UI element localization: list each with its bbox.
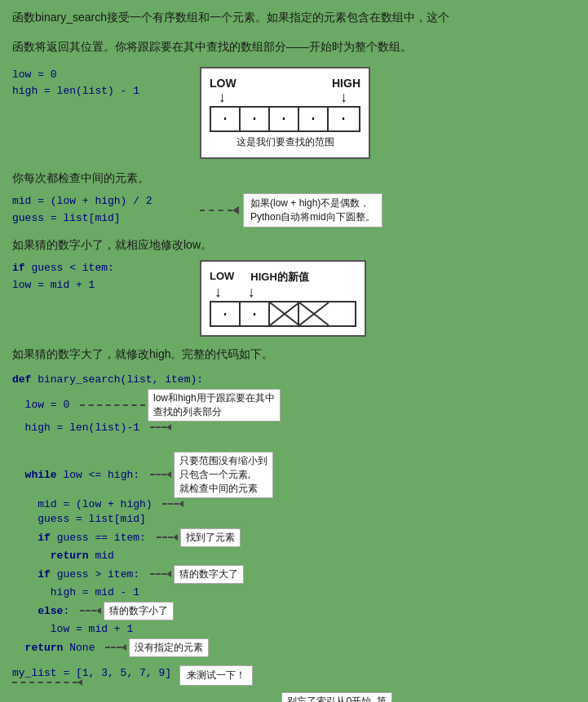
annot-guess-gt-box: 猜的数字大了 — [174, 565, 244, 584]
annot-low0-text2: 查找的列表部分 — [153, 405, 275, 419]
code-return-none: return None — [12, 642, 101, 654]
annot-return-none-box: 没有指定的元素 — [129, 638, 209, 657]
cross-svg2 — [299, 302, 329, 325]
cell-cross1 — [270, 302, 299, 325]
code-row-def: def binary_search(list, item): — [12, 372, 576, 388]
annot-while-text2: 只包含一个元素, — [179, 468, 267, 482]
code-guess-gt: if guess > item: — [12, 568, 146, 581]
low-section: 如果猜的数字小了，就相应地修改low。 if guess < item: low… — [12, 236, 576, 337]
diagram2-container: LOW HIGH的新值 ↓ ↓ — [200, 260, 366, 337]
annot-else: 猜的数字小了 — [80, 602, 174, 620]
high-code: high = len(list) - 1 — [12, 83, 175, 100]
low-label2: LOW — [210, 270, 234, 285]
annot-guess-eq: 找到了元素 — [157, 528, 241, 547]
code-row-guess: guess = list[mid] — [12, 511, 576, 528]
code-row-high1: high = len(list)-1 — [12, 422, 576, 434]
mid-text: 你每次都检查中间的元素。 — [12, 169, 576, 187]
annot-low0-text1: low和high用于跟踪要在其中 — [153, 391, 275, 405]
code-low-mid: low = mid + 1 — [12, 623, 133, 635]
code-low0: low = 0 — [12, 399, 76, 411]
mylist-text: my_list = [1, 3, 5, 7, 9] — [12, 667, 171, 679]
annot-guess-gt: 猜的数字大了 — [150, 565, 244, 584]
code-row-guess-gt: if guess > item: 猜的数字大了 — [12, 565, 576, 584]
intro-line1: 函数binary_search接受一个有序数组和一个元素。如果指定的元素包含在数… — [12, 8, 576, 28]
code-while: while low <= high: — [12, 469, 146, 481]
annot-while-box: 只要范围没有缩小到 只包含一个元素, 就检查中间的元素 — [174, 452, 273, 498]
code-guess-eq: if guess == item: — [12, 532, 153, 544]
code-row-else: else: 猜的数字小了 — [12, 602, 576, 620]
annot-print1-b1: 别忘了索引从0开始, 第 — [287, 695, 386, 702]
bottom-section: print binary_search(my_list, 3) # => 1 别… — [12, 692, 576, 702]
low-arrow2: ↓ — [214, 285, 223, 301]
high-label2: HIGH的新值 — [250, 270, 309, 285]
print1-row: print binary_search(my_list, 3) # => 1 别… — [12, 692, 576, 702]
array-diagram2: LOW HIGH的新值 ↓ ↓ — [200, 260, 366, 337]
cell4 — [299, 108, 329, 130]
code-mid: mid = (low + high) — [12, 498, 158, 510]
annot-mid — [162, 501, 183, 507]
code-row-guess-eq: if guess == item: 找到了元素 — [12, 528, 576, 547]
mid-section: 你每次都检查中间的元素。 mid = (low + high) / 2 gues… — [12, 169, 576, 227]
code-high1: high = len(list)-1 — [12, 422, 146, 434]
cell1 — [211, 108, 241, 130]
mid-code-block: mid = (low + high) / 2 guess = list[mid] — [12, 193, 200, 227]
mylist-annot-a7: 来测试一下！ — [187, 669, 245, 682]
cell-b — [241, 302, 270, 325]
code-else: else: — [12, 605, 76, 617]
high-label: HIGH — [332, 77, 360, 90]
low-code-low: low = mid + 1 — [12, 277, 175, 294]
high-arrow: ↓ — [339, 90, 348, 106]
mylist-section: my_list = [1, 3, 5, 7, 9] 来测试一下！ — [12, 665, 576, 686]
high-arrow2: ↓ — [247, 285, 256, 301]
code-row-return-none: return None 没有指定的元素 — [12, 638, 576, 657]
low-arrow: ↓ — [218, 90, 227, 106]
code-guess: guess = list[mid] — [12, 513, 146, 525]
full-code-section: def binary_search(list, item): low = 0 l… — [12, 372, 576, 657]
mid-code-line1: mid = (low + high) / 2 — [12, 193, 200, 210]
code-row-return-mid: return mid — [12, 548, 576, 564]
annot-low0-box: low和high用于跟踪要在其中 查找的列表部分 — [148, 389, 281, 422]
mid-annot-line1: 如果(low + high)不是偶数， — [250, 196, 375, 210]
high-text: 如果猜的数字大了，就修改high。完整的代码如下。 — [12, 345, 576, 363]
low-label: LOW — [210, 77, 237, 90]
annot-high1 — [150, 424, 171, 430]
cell-a — [211, 302, 241, 325]
low-code: low = 0 — [12, 67, 175, 84]
array-diagram1: LOW HIGH ↓ ↓ 这是我们要查找的范围 — [200, 67, 370, 159]
annot-return-none: 没有指定的元素 — [105, 638, 209, 657]
code-row-mid: mid = (low + high) — [12, 498, 576, 510]
annot-print1: 别忘了索引从0开始, 第 二个位置的索引为1 — [258, 692, 391, 702]
cell3 — [270, 108, 299, 130]
code-row-high-mid: high = mid - 1 — [12, 585, 576, 601]
annot-while-text1: 只要范围没有缩小到 — [179, 454, 267, 468]
cell-cross2 — [299, 302, 329, 325]
code-row-blank — [12, 435, 576, 451]
mid-annotation: 如果(low + high)不是偶数， Python自动将mid向下圆整。 — [200, 193, 382, 227]
code-return-mid: return mid — [12, 550, 114, 562]
diagram1-caption: 这是我们要查找的范围 — [210, 135, 360, 149]
code-high-mid: high = mid - 1 — [12, 586, 139, 598]
init-code-block: low = 0 high = len(list) - 1 — [12, 67, 175, 101]
mid-annot-line2: Python自动将mid向下圆整。 — [250, 210, 375, 224]
intro-line2: 函数将返回其位置。你将跟踪要在其中查找的数组部分——开始时为整个数组。 — [12, 38, 576, 57]
diagram1-container: LOW HIGH ↓ ↓ 这是我们要查找的范围 — [200, 67, 370, 159]
annot-while: 只要范围没有缩小到 只包含一个元素, 就检查中间的元素 — [150, 452, 273, 498]
code-def: def binary_search(list, item): — [12, 373, 203, 386]
low-code-if: if guess < item: — [12, 260, 175, 277]
cell5 — [329, 108, 358, 130]
low-text: 如果猜的数字小了，就相应地修改low。 — [12, 236, 576, 254]
code-row-while: while low <= high: 只要范围没有缩小到 只包含一个元素, 就检… — [12, 452, 576, 498]
mylist-annot-box: 来测试一下！ — [179, 665, 253, 686]
low-code-block: if guess < item: low = mid + 1 — [12, 260, 175, 294]
code-row-low-mid: low = mid + 1 — [12, 621, 576, 638]
high-section: 如果猜的数字大了，就修改high。完整的代码如下。 — [12, 345, 576, 363]
code-row-low0: low = 0 low和high用于跟踪要在其中 查找的列表部分 — [12, 389, 576, 422]
cross-svg1 — [270, 302, 299, 325]
annot-print1-box: 别忘了索引从0开始, 第 二个位置的索引为1 — [281, 692, 391, 702]
mid-code-line2: guess = list[mid] — [12, 210, 200, 227]
intro-section: 函数binary_search接受一个有序数组和一个元素。如果指定的元素包含在数… — [12, 8, 576, 57]
cell2 — [241, 108, 270, 130]
annot-low0: low和high用于跟踪要在其中 查找的列表部分 — [80, 389, 281, 422]
annot-while-text3: 就检查中间的元素 — [179, 482, 267, 496]
annot-else-box: 猜的数字小了 — [104, 602, 174, 620]
